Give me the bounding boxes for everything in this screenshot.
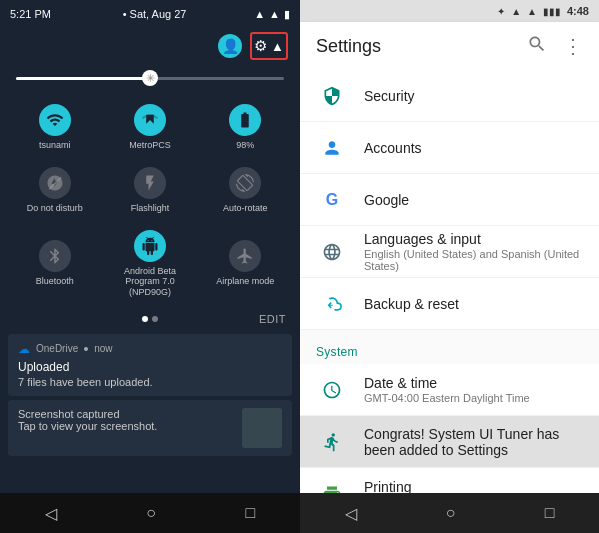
- battery-tile[interactable]: 98%: [199, 96, 292, 157]
- security-item[interactable]: Security: [300, 70, 599, 122]
- settings-page-title: Settings: [316, 36, 381, 57]
- brightness-row[interactable]: ✳: [0, 64, 300, 92]
- battery-status-icon: ▮▮▮: [543, 6, 561, 17]
- settings-recents-button[interactable]: □: [545, 504, 555, 522]
- settings-header: Settings ⋮: [300, 22, 599, 70]
- backup-item[interactable]: Backup & reset: [300, 278, 599, 330]
- page-dots: [75, 316, 225, 322]
- accounts-title: Accounts: [364, 140, 583, 156]
- systemui-tuner-item[interactable]: Congrats! System UI Tuner has been added…: [300, 416, 599, 468]
- datetime-subtitle: GMT-04:00 Eastern Daylight Time: [364, 392, 583, 404]
- screenshot-notification[interactable]: Screenshot captured Tap to view your scr…: [8, 400, 292, 456]
- settings-home-button[interactable]: ○: [446, 504, 456, 522]
- bluetooth-tile-icon: [39, 240, 71, 272]
- printing-item[interactable]: Printing 0 print jobs: [300, 468, 599, 493]
- flashlight-tile-icon: [134, 167, 166, 199]
- wifi-status-icon: ▲: [511, 6, 521, 17]
- left-status-bar: 5:21 PM • Sat, Aug 27 ▲ ▲ ▮: [0, 0, 300, 28]
- notification-shade: 5:21 PM • Sat, Aug 27 ▲ ▲ ▮ 👤 ⚙ ▲ ✳: [0, 0, 300, 533]
- notif-separator: [84, 347, 88, 351]
- page-dot-2: [152, 316, 158, 322]
- tuner-title: Congrats! System UI Tuner has been added…: [364, 426, 583, 458]
- flashlight-tile[interactable]: Flashlight: [103, 159, 196, 220]
- header-icons: ⋮: [527, 34, 583, 59]
- security-icon: [316, 80, 348, 112]
- page-dot-1: [142, 316, 148, 322]
- security-text: Security: [364, 88, 583, 104]
- datetime-icon: [316, 374, 348, 406]
- onedrive-notification[interactable]: ☁ OneDrive now Uploaded 7 files have bee…: [8, 334, 292, 396]
- notif2-title: Screenshot captured: [18, 408, 242, 420]
- gear-icon: ⚙: [254, 37, 267, 55]
- signal-tile-icon: [134, 104, 166, 136]
- right-time: 4:48: [567, 5, 589, 17]
- system-section-label: System: [316, 345, 358, 359]
- google-text: Google: [364, 192, 583, 208]
- dnd-tile[interactable]: Do not disturb: [8, 159, 101, 220]
- gear-settings-button[interactable]: ⚙ ▲: [250, 32, 288, 60]
- qs-header: 👤 ⚙ ▲: [0, 28, 300, 64]
- android-beta-tile-label: Android Beta Program 7.0 (NPD90G): [107, 266, 192, 298]
- quick-settings-grid: tsunami MetroPCS 98% Do not disturb Fla: [0, 92, 300, 308]
- tuner-icon: [316, 426, 348, 458]
- dnd-tile-label: Do not disturb: [27, 203, 83, 214]
- accounts-icon: [316, 132, 348, 164]
- left-nav-bar: ◁ ○ □: [0, 493, 300, 533]
- language-icon: [316, 236, 348, 268]
- overflow-menu-icon[interactable]: ⋮: [563, 34, 583, 58]
- signal-tile[interactable]: MetroPCS: [103, 96, 196, 157]
- printing-title: Printing: [364, 479, 583, 493]
- status-time-date: 5:21 PM: [10, 8, 51, 20]
- datetime-item[interactable]: Date & time GMT-04:00 Eastern Daylight T…: [300, 364, 599, 416]
- datetime-title: Date & time: [364, 375, 583, 391]
- notif-header: ☁ OneDrive now: [18, 342, 282, 356]
- autorotate-tile[interactable]: Auto-rotate: [199, 159, 292, 220]
- wifi-tile[interactable]: tsunami: [8, 96, 101, 157]
- autorotate-tile-label: Auto-rotate: [223, 203, 268, 214]
- language-item[interactable]: Languages & input English (United States…: [300, 226, 599, 278]
- bluetooth-tile-label: Bluetooth: [36, 276, 74, 287]
- notif-time: now: [94, 343, 112, 354]
- language-text: Languages & input English (United States…: [364, 231, 583, 272]
- status-date: • Sat, Aug 27: [123, 8, 187, 20]
- printing-icon: [316, 478, 348, 494]
- onedrive-icon: ☁: [18, 342, 30, 356]
- user-avatar[interactable]: 👤: [218, 34, 242, 58]
- datetime-text: Date & time GMT-04:00 Eastern Daylight T…: [364, 375, 583, 404]
- backup-title: Backup & reset: [364, 296, 583, 312]
- tuner-text: Congrats! System UI Tuner has been added…: [364, 426, 583, 458]
- status-icons: ▲ ▲ ▮: [254, 8, 290, 21]
- google-icon: G: [316, 184, 348, 216]
- search-icon[interactable]: [527, 34, 547, 59]
- notif-title: Uploaded: [18, 360, 282, 374]
- autorotate-tile-icon: [229, 167, 261, 199]
- signal-status-icon: ▲: [527, 6, 537, 17]
- bluetooth-tile[interactable]: Bluetooth: [8, 222, 101, 304]
- qs-header-controls: 👤 ⚙ ▲: [218, 32, 288, 60]
- accounts-item[interactable]: Accounts: [300, 122, 599, 174]
- airplane-tile-icon: [229, 240, 261, 272]
- android-beta-tile-icon: [134, 230, 166, 262]
- home-button[interactable]: ○: [146, 504, 156, 522]
- notif2-content: Screenshot captured Tap to view your scr…: [18, 408, 242, 432]
- language-title: Languages & input: [364, 231, 583, 247]
- flashlight-tile-label: Flashlight: [131, 203, 170, 214]
- wifi-icon: ▲: [269, 8, 280, 20]
- chevron-up-icon: ▲: [271, 39, 284, 54]
- brightness-fill: [16, 77, 150, 80]
- right-nav-bar: ◁ ○ □: [300, 493, 599, 533]
- signal-tile-label: MetroPCS: [129, 140, 171, 151]
- back-button[interactable]: ◁: [45, 504, 57, 523]
- airplane-tile[interactable]: Airplane mode: [199, 222, 292, 304]
- android-beta-tile[interactable]: Android Beta Program 7.0 (NPD90G): [103, 222, 196, 304]
- settings-list: Security Accounts G Google Languag: [300, 70, 599, 493]
- settings-back-button[interactable]: ◁: [345, 504, 357, 523]
- google-item[interactable]: G Google: [300, 174, 599, 226]
- system-section-header: System: [300, 330, 599, 364]
- backup-text: Backup & reset: [364, 296, 583, 312]
- edit-button[interactable]: EDIT: [259, 313, 286, 325]
- recents-button[interactable]: □: [246, 504, 256, 522]
- brightness-slider[interactable]: ✳: [16, 77, 284, 80]
- notif2-body: Tap to view your screenshot.: [18, 420, 242, 432]
- battery-tile-label: 98%: [236, 140, 254, 151]
